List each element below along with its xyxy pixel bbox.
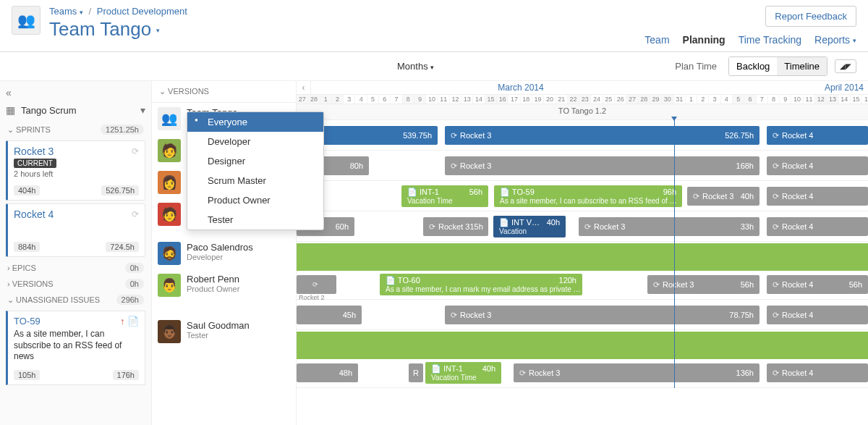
timeline-bar[interactable]: ⟳Rocket 4 <box>767 363 868 382</box>
team-avatar-icon: 👥 <box>12 6 41 35</box>
app-header: 👥 Teams ▾ / Product Development Team Tan… <box>0 0 868 52</box>
timeline-rows: 539.75h ⟳Rocket 3526.75h ⟳Rocket 4 80h ⟳… <box>297 120 868 388</box>
sprint-card[interactable]: Rocket 3⟳ CURRENT 2 hours left 404h 526.… <box>6 140 145 201</box>
backlog-button[interactable]: Backlog <box>729 57 777 75</box>
filter-option[interactable]: Product Owner <box>187 190 323 210</box>
timeline-bar[interactable]: 45h <box>297 306 362 324</box>
board-name[interactable]: Tango Scrum <box>21 105 135 116</box>
avatar: 🧑 <box>158 139 181 162</box>
timeline-bar[interactable]: ⟳Rocket 4 <box>767 217 868 236</box>
timeline-bar[interactable]: 48h <box>297 363 358 382</box>
nav-tabs: Team Planning Time Tracking Reports ▾ <box>644 34 856 46</box>
timeline-bar[interactable]: ⟳Rocket 315h <box>423 217 488 236</box>
sync-icon: ⟳ <box>132 209 139 219</box>
member-row[interactable]: 🧔 Paco SalendrosDeveloper <box>152 237 296 269</box>
timeline-bar[interactable]: ⟳Rocket 356h <box>647 275 760 294</box>
timeline-bar[interactable]: 📄 TO-5996hAs a site member, I can subscr… <box>494 185 682 207</box>
sync-icon: ⟳ <box>132 146 139 156</box>
timeline-bar[interactable]: ⟳Rocket 3168h <box>445 156 760 175</box>
timeline-bar[interactable]: ⟳Rocket 4 <box>767 126 868 145</box>
timeline-bar[interactable]: 📄 INT-156hVacation Time <box>401 185 488 207</box>
timeline-bar[interactable]: ⟳ <box>297 275 336 294</box>
timeline-bar[interactable]: 📄 INT V…40hVacation <box>493 216 566 237</box>
day-scale: 2728123456789101112131415161718192021222… <box>297 94 868 104</box>
timeline-bar[interactable]: ⟳Rocket 333h <box>579 217 760 236</box>
filter-option[interactable]: Scrum Master <box>187 171 323 190</box>
breadcrumb-project[interactable]: Product Development <box>97 6 187 17</box>
member-row[interactable]: 👨🏾 Saul GoodmanTester <box>152 316 296 348</box>
tab-reports[interactable]: Reports ▾ <box>814 34 856 46</box>
version-bar: TO Tango 1.2 <box>297 104 868 120</box>
timeline-button[interactable]: Timeline <box>777 57 827 75</box>
month-label: April 2014 <box>731 81 868 94</box>
timeline-bar[interactable]: ⟳Rocket 4 <box>767 306 868 324</box>
sprint-icon: ⟳ <box>451 131 457 140</box>
timeline-bar[interactable]: 📄 INT-140hVacation Time <box>425 362 501 384</box>
timeline-row: 45h ⟳Rocket 378.75h ⟳Rocket 4 <box>297 300 868 330</box>
timeline-bar[interactable]: ⟳Rocket 3526.75h <box>445 126 760 145</box>
role-filter-dropdown: Everyone Developer Designer Scrum Master… <box>187 111 324 230</box>
timeline-bar[interactable]: ⟳Rocket 4 <box>767 156 868 175</box>
timeline-bar[interactable]: ⟳Rocket 3136h <box>514 363 760 382</box>
avatar: 👩 <box>158 171 181 194</box>
avatar: 👨🏾 <box>158 320 181 343</box>
timeline: ‹ March 2014 April 2014 2728123456789101… <box>297 81 868 425</box>
timeline-row: 60h ⟳Rocket 315h 📄 INT V…40hVacation ⟳Ro… <box>297 211 868 242</box>
timeline-bar[interactable]: ⟳Rocket 456h <box>767 275 868 294</box>
sprint-icon: ⟳ <box>451 161 457 171</box>
timeline-row: 80h ⟳Rocket 3168h ⟳Rocket 4 <box>297 151 868 181</box>
tab-planning[interactable]: Planning <box>683 34 726 46</box>
board-icon: ▦ <box>6 104 15 116</box>
timeline-bar[interactable]: ⟳Rocket 340h <box>687 187 760 206</box>
unassigned-section[interactable]: ⌄ UNASSIGNED ISSUES296h <box>0 292 151 308</box>
sprint-icon: ⟳ <box>773 131 779 140</box>
timeline-bar[interactable]: R <box>409 363 423 382</box>
avatar: 👨 <box>158 274 181 297</box>
left-sidebar: « ▦ Tango Scrum ▾ ⌄ SPRINTS 1251.25h Roc… <box>0 81 152 425</box>
today-line <box>674 120 675 388</box>
versions-header[interactable]: ⌄ VERSIONS <box>152 81 296 103</box>
capacity-stripe <box>297 332 868 359</box>
breadcrumb-teams[interactable]: Teams ▾ <box>49 6 83 17</box>
collapse-sidebar-icon[interactable]: « <box>6 87 12 98</box>
tab-team[interactable]: Team <box>644 34 669 46</box>
issue-card[interactable]: TO-59↑ 📄 As a site member, I can subscri… <box>6 311 145 385</box>
timeline-bar[interactable]: 📄 TO-60120hAs a site member, I can mark … <box>380 274 582 295</box>
tab-time-tracking[interactable]: Time Tracking <box>739 34 801 46</box>
versions-section[interactable]: › VERSIONS0h <box>0 276 151 292</box>
filter-option[interactable]: Everyone <box>187 112 323 132</box>
collapse-icon[interactable]: ◢◤ <box>835 59 856 73</box>
timeline-row: 539.75h ⟳Rocket 3526.75h ⟳Rocket 4 <box>297 120 868 151</box>
toolbar: Months ▾ Plan Time Backlog Timeline ◢◤ <box>0 52 868 81</box>
filter-option[interactable]: Tester <box>187 210 323 230</box>
timeline-row <box>297 330 868 358</box>
zoom-selector[interactable]: Months ▾ <box>397 61 434 72</box>
filter-option[interactable]: Designer <box>187 151 323 171</box>
avatar: 🧑 <box>158 203 181 226</box>
team-avatar-icon: 👥 <box>158 107 181 130</box>
timeline-row: 48h R 📄 INT-140hVacation Time ⟳Rocket 31… <box>297 358 868 388</box>
timeline-row <box>297 242 868 269</box>
member-row[interactable]: 👨 Robert PennProduct Owner <box>152 269 296 301</box>
page-title[interactable]: Team Tango ▾ <box>49 18 187 41</box>
team-panel: ⌄ VERSIONS 👥 Team Tango Everyone ▾ Every… <box>152 81 297 425</box>
avatar: 🧔 <box>158 242 181 265</box>
filter-option[interactable]: Developer <box>187 132 323 151</box>
breadcrumb: Teams ▾ / Product Development <box>49 6 187 17</box>
epics-section[interactable]: › EPICS0h <box>0 260 151 276</box>
timeline-bar[interactable]: ⟳Rocket 378.75h <box>445 306 760 324</box>
timeline-row: ⟳ Rocket 2 📄 TO-60120hAs a site member, … <box>297 269 868 300</box>
sprint-card[interactable]: Rocket 4⟳ 884h 724.5h <box>6 203 145 257</box>
sprints-section[interactable]: ⌄ SPRINTS 1251.25h <box>0 122 151 138</box>
main: « ▦ Tango Scrum ▾ ⌄ SPRINTS 1251.25h Roc… <box>0 81 868 425</box>
board-menu-icon[interactable]: ▾ <box>140 104 145 116</box>
month-label: March 2014 <box>311 81 731 94</box>
timeline-bar[interactable]: ⟳Rocket 4 <box>767 187 868 206</box>
report-feedback-button[interactable]: Report Feedback <box>765 6 856 27</box>
view-segmented: Backlog Timeline <box>728 56 827 76</box>
plan-time-label[interactable]: Plan Time <box>675 61 717 72</box>
capacity-stripe <box>297 243 868 271</box>
priority-icon: ↑ 📄 <box>120 316 139 327</box>
prev-month-icon[interactable]: ‹ <box>297 81 311 94</box>
timeline-row: 📄 INT-156hVacation Time 📄 TO-5996hAs a s… <box>297 181 868 211</box>
